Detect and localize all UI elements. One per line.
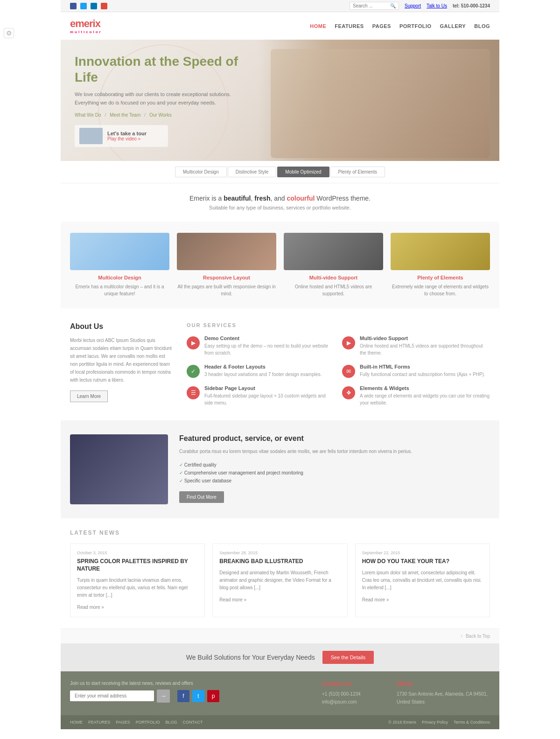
logo-sub: multicolor <box>70 30 102 34</box>
nav-pages[interactable]: PAGES <box>372 23 391 29</box>
feature-elements: Plenty of Elements Extremely wide range … <box>391 233 490 297</box>
linkedin-icon[interactable] <box>91 3 97 9</box>
hero-link-meet-team[interactable]: Meet the Team <box>110 112 140 118</box>
hero-video-thumbnail <box>79 128 103 144</box>
description-main: Emerix is a beautiful, fresh, and colour… <box>70 195 490 202</box>
footer-terms-link[interactable]: Terms & Conditions <box>454 720 490 725</box>
footer-nav-blog[interactable]: BLOG <box>166 720 177 725</box>
news-title-3[interactable]: HOW DO YOU TAKE YOUR TEA? <box>362 558 483 565</box>
hero-link-what-we-do[interactable]: What We Do <box>75 112 101 118</box>
office-title: Office <box>397 681 490 687</box>
about-left: About Us Morbi lectus orci ABC Ipsum Stu… <box>70 322 173 406</box>
featured-content: Featured product, service, or event Cura… <box>179 434 412 503</box>
news-date-1: October 3, 2015 <box>77 551 198 555</box>
feature-title-elements[interactable]: Plenty of Elements <box>391 275 490 280</box>
search-bar[interactable]: 🔍 <box>350 2 399 10</box>
footer-privacy-link[interactable]: Privacy Policy <box>422 720 448 725</box>
googleplus-icon[interactable] <box>101 3 107 9</box>
learn-more-button[interactable]: Learn More <box>70 390 108 402</box>
news-excerpt-3: Lorem ipsum dolor sit amet, consectetur … <box>362 569 483 592</box>
news-title-2[interactable]: BREAKING BAD ILLUSTRATED <box>219 558 340 565</box>
office-address: 1730 San Antonio Ave, Alameda, CA 94501,… <box>397 690 490 706</box>
footer-copyright: © 2016 Emerix <box>388 720 416 725</box>
back-to-top-arrow[interactable]: ↑ <box>461 634 463 639</box>
newsletter-twitter-button[interactable]: t <box>192 690 204 702</box>
newsletter-office: Office 1730 San Antonio Ave, Alameda, CA… <box>397 681 490 706</box>
newsletter-contact: Contact Us +1 (510) 000-1234 info@ipsum.… <box>322 681 397 706</box>
news-grid: October 3, 2015 SPRING COLOR PALETTES IN… <box>70 544 490 617</box>
tab-multicolor-design[interactable]: Multicolor Design <box>175 167 227 177</box>
search-input[interactable] <box>353 3 390 8</box>
service-desc-elements: A wide range of elements and widgets you… <box>360 392 490 406</box>
footer-nav-home[interactable]: HOME <box>70 720 83 725</box>
service-icon-demo: ▶ <box>187 336 200 349</box>
news-date-3: September 22, 2015 <box>362 551 483 555</box>
hero-title: Innovation at the Speed of Life <box>75 54 243 85</box>
feature-title-multivideo[interactable]: Multi-video Support <box>284 275 383 280</box>
service-info-elements: Elements & Widgets A wide range of eleme… <box>360 385 490 406</box>
services-grid: ▶ Demo Content Easy setting up of the de… <box>187 335 490 406</box>
twitter-icon[interactable] <box>80 3 87 9</box>
service-multivideo: ▶ Multi-video Support Online hosted and … <box>342 335 490 356</box>
feature-desc-elements: Extremely wide range of elements and wid… <box>391 283 490 297</box>
hero-links: What We Do / Meet the Team / Our Works <box>75 112 243 118</box>
newsletter-facebook-button[interactable]: f <box>177 690 189 702</box>
search-icon[interactable]: 🔍 <box>390 3 396 8</box>
cta-bar: We Build Solutions for Your Everyday Nee… <box>61 643 499 671</box>
tab-mobile-optimized[interactable]: Mobile Optimized <box>277 167 329 177</box>
feature-img-multicolor <box>70 233 169 270</box>
featured-list-item: Certified quality <box>179 461 412 469</box>
service-title-demo: Demo Content <box>204 335 335 341</box>
service-header-footer: ✓ Header & Footer Layouts 3 header layou… <box>187 364 335 378</box>
news-excerpt-2: Designed and animated by Martin Wousseth… <box>219 569 340 592</box>
newsletter-pinterest-button[interactable]: p <box>207 690 219 702</box>
feature-responsive: Responsive Layout All the pages are buil… <box>177 233 276 297</box>
news-read-more-2[interactable]: Read more » <box>219 597 246 602</box>
logo[interactable]: emerix multicolor <box>70 18 102 34</box>
newsletter-form: → f t p <box>70 690 322 703</box>
newsletter-submit-button[interactable]: → <box>157 690 170 703</box>
news-excerpt-1: Turpis in quam tincidunt lacinia vivamus… <box>77 577 198 599</box>
talk-to-us-link[interactable]: Talk to Us <box>427 3 447 8</box>
about-right: OUR SERVICES ▶ Demo Content Easy setting… <box>187 322 490 406</box>
featured-list-item: Comprehensive user management and projec… <box>179 469 412 477</box>
nav-features[interactable]: FEATURES <box>335 23 364 29</box>
service-title-forms: Built-in HTML Forms <box>360 364 485 370</box>
service-title-sidebar: Sidebar Page Layout <box>204 385 335 391</box>
featured-title: Featured product, service, or event <box>179 434 412 443</box>
back-to-top-label[interactable]: Back to Top <box>466 634 490 639</box>
feature-title-responsive[interactable]: Responsive Layout <box>177 275 276 280</box>
find-out-more-button[interactable]: Find Out More <box>179 491 224 503</box>
nav-portfolio[interactable]: PORTFOLIO <box>399 23 432 29</box>
facebook-icon[interactable] <box>70 3 77 9</box>
footer-nav-portfolio[interactable]: PORTFOLIO <box>136 720 160 725</box>
service-icon-multivideo: ▶ <box>342 336 355 349</box>
hero-video-label: Let's take a tour <box>107 131 147 136</box>
footer-nav: HOME FEATURES PAGES PORTFOLIO BLOG CONTA… <box>61 715 499 729</box>
featured-section: Featured product, service, or event Cura… <box>61 420 499 518</box>
nav-blog[interactable]: BLOG <box>474 23 490 29</box>
footer-nav-pages[interactable]: PAGES <box>116 720 130 725</box>
newsletter-email-input[interactable] <box>70 690 154 701</box>
nav-home[interactable]: HOME <box>310 23 326 29</box>
footer-nav-contact[interactable]: CONTACT <box>183 720 203 725</box>
hero-link-our-works[interactable]: Our Works <box>149 112 172 118</box>
service-title-multivideo: Multi-video Support <box>360 335 490 341</box>
hero-video-block: Let's take a tour Play the video » <box>75 125 168 147</box>
news-title-1[interactable]: SPRING COLOR PALETTES INSPIRED BY NATURE <box>77 558 198 572</box>
feature-title-multicolor[interactable]: Multicolor Design <box>70 275 169 280</box>
news-read-more-3[interactable]: Read more » <box>362 597 389 602</box>
service-desc-header: 3 header layout variations and 7 footer … <box>204 371 322 378</box>
cta-text: We Build Solutions for Your Everyday Nee… <box>186 654 315 661</box>
tab-plenty-of-elements[interactable]: Plenty of Elements <box>330 167 385 177</box>
social-icons <box>70 3 107 9</box>
footer-nav-features[interactable]: FEATURES <box>88 720 110 725</box>
tab-distinctive-style[interactable]: Distinctive Style <box>228 167 277 177</box>
hero-video-link[interactable]: Play the video » <box>107 136 140 141</box>
nav-gallery[interactable]: GALLERY <box>440 23 466 29</box>
news-card-1: October 3, 2015 SPRING COLOR PALETTES IN… <box>70 544 205 617</box>
contact-email: info@ipsum.com <box>322 698 397 706</box>
see-details-button[interactable]: See the Details <box>322 651 374 664</box>
news-read-more-1[interactable]: Read more » <box>77 605 104 610</box>
support-link[interactable]: Support <box>405 3 421 8</box>
